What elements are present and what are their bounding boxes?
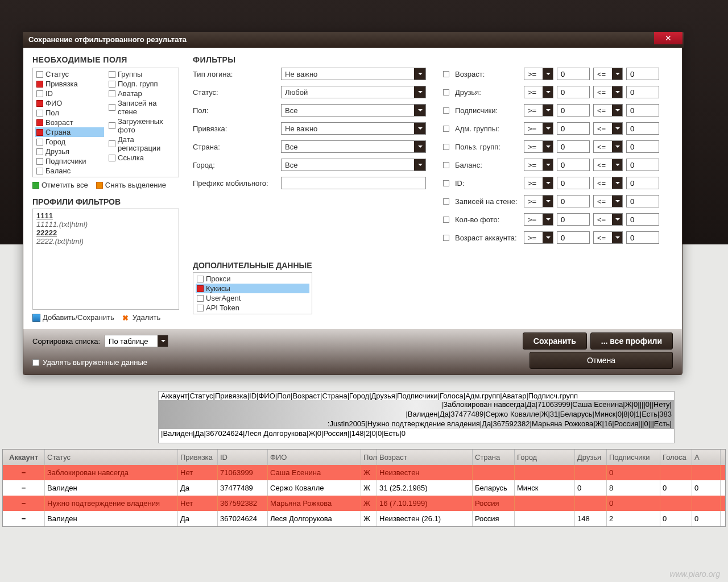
all-profiles-button[interactable]: ... все профили <box>590 332 673 350</box>
table-row[interactable]: −ВалиденДа37477489Сержо КоваллеЖ31 (25.2… <box>3 480 725 496</box>
field-checkbox[interactable]: Город <box>35 137 104 147</box>
range-checkbox[interactable] <box>443 217 449 223</box>
table-row[interactable]: −Нужно подтверждение владенияНет36759238… <box>3 496 725 511</box>
range-op-select[interactable]: <= <box>593 195 623 207</box>
profile-add-button[interactable]: Добавить/Сохранить <box>32 313 114 322</box>
mobile-prefix-input[interactable] <box>281 177 426 189</box>
range-checkbox[interactable] <box>443 89 449 95</box>
range-value-input[interactable] <box>626 104 659 117</box>
range-op-select[interactable]: >= <box>524 68 553 80</box>
range-value-input[interactable] <box>626 86 659 98</box>
range-value-input[interactable] <box>626 177 659 189</box>
sort-select[interactable]: По таблице <box>105 335 168 347</box>
range-checkbox[interactable] <box>443 107 449 114</box>
range-value-input[interactable] <box>557 159 590 171</box>
field-checkbox[interactable]: Страна <box>35 127 104 137</box>
filter-select[interactable]: Не важно <box>281 68 426 80</box>
range-value-input[interactable] <box>626 68 659 80</box>
range-op-select[interactable]: <= <box>593 159 623 171</box>
range-op-select[interactable]: <= <box>593 122 623 135</box>
range-op-select[interactable]: >= <box>524 122 553 135</box>
range-checkbox[interactable] <box>443 162 449 168</box>
range-op-select[interactable]: <= <box>593 104 623 117</box>
filter-select[interactable]: Любой <box>281 86 426 98</box>
range-value-input[interactable] <box>557 122 590 135</box>
field-checkbox[interactable]: Подписчики <box>35 156 104 166</box>
range-value-input[interactable] <box>626 122 659 135</box>
range-value-input[interactable] <box>557 86 590 98</box>
table-header[interactable]: Страна <box>473 450 515 465</box>
range-value-input[interactable] <box>557 231 590 244</box>
table-header[interactable]: Привязка <box>178 450 218 465</box>
range-value-input[interactable] <box>626 213 659 226</box>
save-button[interactable]: Сохранить <box>523 332 587 350</box>
range-op-select[interactable]: <= <box>593 213 623 226</box>
table-header[interactable]: Подписчики <box>607 450 660 465</box>
cancel-button[interactable]: Отмена <box>530 352 673 369</box>
range-value-input[interactable] <box>626 140 659 153</box>
field-checkbox[interactable]: Друзья <box>35 147 104 156</box>
field-checkbox[interactable]: ФИО <box>35 98 104 108</box>
range-op-select[interactable]: >= <box>524 86 553 98</box>
field-checkbox[interactable]: Записей на стене <box>107 98 176 117</box>
range-value-input[interactable] <box>557 104 590 117</box>
range-checkbox[interactable] <box>443 126 449 132</box>
range-value-input[interactable] <box>557 177 590 189</box>
deselect-all-button[interactable]: Снять выделение <box>96 181 166 189</box>
table-row[interactable]: −ВалиденДа367024624Леся ДолгоруковаЖНеиз… <box>3 511 725 526</box>
select-all-button[interactable]: Отметить все <box>32 181 88 189</box>
range-op-select[interactable]: >= <box>524 177 553 189</box>
table-header[interactable]: ID <box>218 450 268 465</box>
filter-select[interactable]: Все <box>281 104 426 117</box>
filter-select[interactable]: Не важно <box>281 122 426 135</box>
table-header[interactable]: Друзья <box>575 450 607 465</box>
range-op-select[interactable]: <= <box>593 86 623 98</box>
range-checkbox[interactable] <box>443 235 449 241</box>
range-op-select[interactable]: <= <box>593 231 623 244</box>
table-header[interactable]: Пол <box>361 450 377 465</box>
table-header[interactable]: Аккаунт <box>3 450 45 465</box>
range-checkbox[interactable] <box>443 144 449 150</box>
range-op-select[interactable]: <= <box>593 140 623 153</box>
range-value-input[interactable] <box>626 159 659 171</box>
field-checkbox[interactable]: Баланс <box>35 166 104 176</box>
table-header[interactable]: А <box>692 450 721 465</box>
range-value-input[interactable] <box>626 231 659 244</box>
range-value-input[interactable] <box>626 195 659 207</box>
range-value-input[interactable] <box>557 213 590 226</box>
close-button[interactable]: ✕ <box>654 32 682 44</box>
field-checkbox[interactable]: Статус <box>35 69 104 79</box>
field-checkbox[interactable]: Ссылка <box>107 153 176 163</box>
field-checkbox[interactable]: UserAgent <box>196 293 309 303</box>
table-header[interactable]: Город <box>515 450 575 465</box>
range-op-select[interactable]: <= <box>593 177 623 189</box>
range-value-input[interactable] <box>557 195 590 207</box>
range-checkbox[interactable] <box>443 198 449 205</box>
field-checkbox[interactable]: Прокси <box>196 274 309 284</box>
range-op-select[interactable]: >= <box>524 213 553 226</box>
field-checkbox[interactable]: Привязка <box>35 79 104 89</box>
range-op-select[interactable]: >= <box>524 104 553 117</box>
filter-select[interactable]: Все <box>281 140 426 153</box>
field-checkbox[interactable]: Возраст <box>35 118 104 127</box>
field-checkbox[interactable]: Загруженных фото <box>107 117 176 135</box>
range-op-select[interactable]: >= <box>524 159 553 171</box>
field-checkbox[interactable]: Дата регистрации <box>107 135 176 153</box>
field-checkbox[interactable]: Пол <box>35 108 104 118</box>
field-checkbox[interactable]: Кукисы <box>196 284 309 293</box>
range-checkbox[interactable] <box>443 71 449 77</box>
range-value-input[interactable] <box>557 68 590 80</box>
field-checkbox[interactable]: API Token <box>196 303 309 313</box>
delete-exported-checkbox[interactable] <box>32 359 39 366</box>
field-checkbox[interactable]: Подп. групп <box>107 79 176 89</box>
table-header[interactable]: ФИО <box>268 450 361 465</box>
table-header[interactable]: Возраст <box>377 450 473 465</box>
field-checkbox[interactable]: Группы <box>107 69 176 79</box>
range-op-select[interactable]: >= <box>524 140 553 153</box>
profile-delete-button[interactable]: ✖Удалить <box>122 313 161 322</box>
field-checkbox[interactable]: ID <box>35 89 104 98</box>
range-value-input[interactable] <box>557 140 590 153</box>
filter-select[interactable]: Все <box>281 159 426 171</box>
range-op-select[interactable]: >= <box>524 231 553 244</box>
table-row[interactable]: −Заблокирован навсегдаНет71063999Саша Ес… <box>3 465 725 480</box>
